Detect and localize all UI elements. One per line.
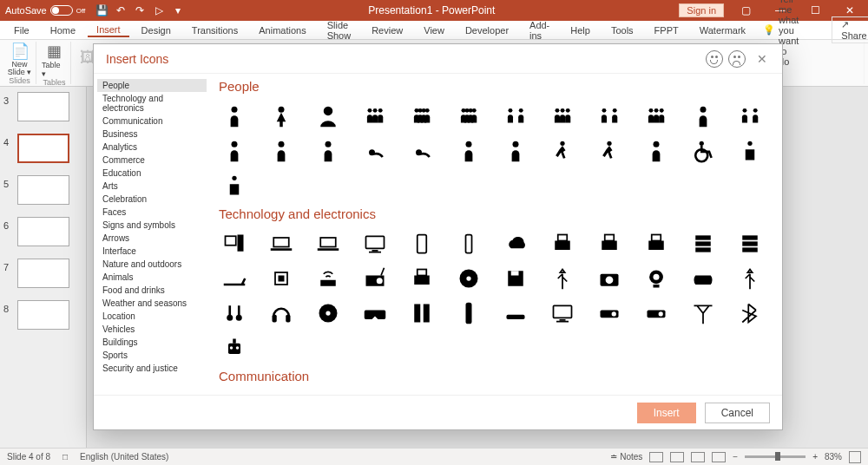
phone-icon[interactable]: [453, 228, 484, 259]
share-button[interactable]: ↗ Share: [832, 16, 868, 43]
podium-icon[interactable]: [734, 135, 766, 167]
category-arrows[interactable]: Arrows: [97, 232, 207, 245]
category-analytics[interactable]: Analytics: [97, 141, 207, 154]
bust-icon[interactable]: [312, 101, 344, 132]
category-education[interactable]: Education: [97, 167, 207, 180]
dock-icon[interactable]: [500, 298, 531, 329]
scanner-icon[interactable]: [219, 263, 250, 294]
gamepad-icon[interactable]: [687, 263, 719, 294]
walk-icon[interactable]: [547, 135, 578, 167]
category-business[interactable]: Business: [97, 128, 207, 141]
category-signs-and-symbols[interactable]: Signs and symbols: [97, 219, 207, 232]
server-icon[interactable]: [734, 228, 766, 259]
usb-icon[interactable]: [547, 263, 578, 294]
earbuds-icon[interactable]: [219, 298, 250, 329]
baby-crawl-icon[interactable]: [406, 135, 437, 167]
helper-icon[interactable]: [500, 135, 531, 167]
mail-icon[interactable]: [406, 390, 437, 395]
category-buildings[interactable]: Buildings: [97, 336, 207, 349]
icon-pane[interactable]: PeopleTechnology and electronicsCommunic…: [207, 74, 782, 395]
wheelchair-icon[interactable]: [687, 135, 719, 167]
stamp-icon[interactable]: [547, 390, 578, 395]
wave-icon[interactable]: [219, 135, 250, 167]
thumb-5[interactable]: 5: [17, 175, 77, 205]
server-rack-icon[interactable]: [687, 228, 719, 259]
category-list[interactable]: PeopleTechnology and electronicsCommunic…: [94, 74, 207, 395]
couple-icon[interactable]: [594, 101, 625, 132]
insert-button[interactable]: Insert: [637, 403, 696, 423]
category-faces[interactable]: Faces: [97, 206, 207, 219]
printer-3-icon[interactable]: [406, 263, 437, 294]
cpu-icon[interactable]: [266, 263, 297, 294]
tab-file[interactable]: File: [5, 23, 38, 37]
crowd-icon[interactable]: [406, 101, 437, 132]
category-nature-and-outdoors[interactable]: Nature and outdoors: [97, 258, 207, 271]
category-sports[interactable]: Sports: [97, 349, 207, 362]
tab-insert[interactable]: Insert: [88, 23, 129, 37]
category-commerce[interactable]: Commerce: [97, 154, 207, 167]
parent-child-icon[interactable]: [266, 135, 297, 167]
tab-home[interactable]: Home: [42, 23, 84, 37]
save-icon[interactable]: 💾: [95, 4, 108, 16]
tab-tools[interactable]: Tools: [602, 23, 642, 37]
robot-icon[interactable]: [219, 332, 250, 363]
two-raised-icon[interactable]: [734, 101, 766, 132]
fax-icon[interactable]: [641, 228, 672, 259]
projector-screen-icon[interactable]: [594, 298, 625, 329]
bluetooth-icon[interactable]: [734, 298, 766, 329]
cloud-down-icon[interactable]: [641, 390, 672, 395]
laptop-icon[interactable]: [266, 228, 297, 259]
webcam-icon[interactable]: [641, 263, 672, 294]
group-3-icon[interactable]: [359, 101, 391, 132]
category-animals[interactable]: Animals: [97, 271, 207, 284]
run-icon[interactable]: [594, 135, 625, 167]
thumb-6[interactable]: 6: [17, 217, 77, 246]
slideshow-view-icon[interactable]: [712, 452, 726, 462]
router-icon[interactable]: [312, 263, 344, 294]
tv-icon[interactable]: [547, 298, 578, 329]
chats-icon[interactable]: [266, 390, 297, 395]
thought-icon[interactable]: [312, 390, 344, 395]
tab-watermark[interactable]: Watermark: [691, 23, 754, 37]
group-tables[interactable]: ▦ Table ▾ Tables: [38, 42, 71, 84]
chat-icon[interactable]: [219, 390, 250, 395]
printer-2-icon[interactable]: [594, 228, 625, 259]
diaper-icon[interactable]: [453, 135, 484, 167]
zoom-slider[interactable]: [745, 455, 806, 458]
start-show-icon[interactable]: ▷: [153, 4, 165, 16]
category-technology-and-electronics[interactable]: Technology and electronics: [97, 92, 207, 115]
feedback-sad-icon[interactable]: [728, 50, 746, 68]
floppy-icon[interactable]: [500, 263, 531, 294]
slide-thumbnails[interactable]: 3 4 5 6 7 8: [0, 87, 87, 451]
elder-icon[interactable]: [641, 135, 672, 167]
group-slides[interactable]: 📄 NewSlide ▾ Slides: [3, 42, 36, 84]
tab-animations[interactable]: Animations: [250, 23, 314, 37]
disc-icon[interactable]: [453, 263, 484, 294]
fit-to-window-icon[interactable]: [849, 451, 861, 463]
category-weather-and-seasons[interactable]: Weather and seasons: [97, 297, 207, 310]
family-3-icon[interactable]: [641, 101, 672, 132]
antenna-icon[interactable]: [687, 298, 719, 329]
category-people[interactable]: People: [97, 79, 207, 92]
notes-toggle[interactable]: ≐ Notes: [610, 452, 642, 462]
tab-review[interactable]: Review: [363, 23, 411, 37]
sorter-view-icon[interactable]: [670, 452, 684, 462]
mail-open-icon[interactable]: [453, 390, 484, 395]
headphones-icon[interactable]: [266, 298, 297, 329]
tab-view[interactable]: View: [415, 23, 453, 37]
tab-slideshow[interactable]: Slide Show: [319, 18, 360, 43]
team-icon[interactable]: [547, 101, 578, 132]
thumb-8[interactable]: 8: [17, 300, 77, 330]
category-communication[interactable]: Communication: [97, 115, 207, 128]
man-icon[interactable]: [219, 101, 250, 132]
category-vehicles[interactable]: Vehicles: [97, 323, 207, 336]
monitor-icon[interactable]: [359, 228, 391, 259]
category-food-and-drinks[interactable]: Food and drinks: [97, 284, 207, 297]
thumb-4[interactable]: 4: [17, 134, 77, 163]
record-icon[interactable]: [312, 298, 344, 329]
tab-design[interactable]: Design: [133, 23, 180, 37]
status-spelling-icon[interactable]: □: [62, 452, 68, 462]
vr-icon[interactable]: [359, 298, 391, 329]
ribbon-display-icon[interactable]: ▢: [733, 0, 759, 21]
zoom-out-icon[interactable]: −: [733, 452, 738, 462]
